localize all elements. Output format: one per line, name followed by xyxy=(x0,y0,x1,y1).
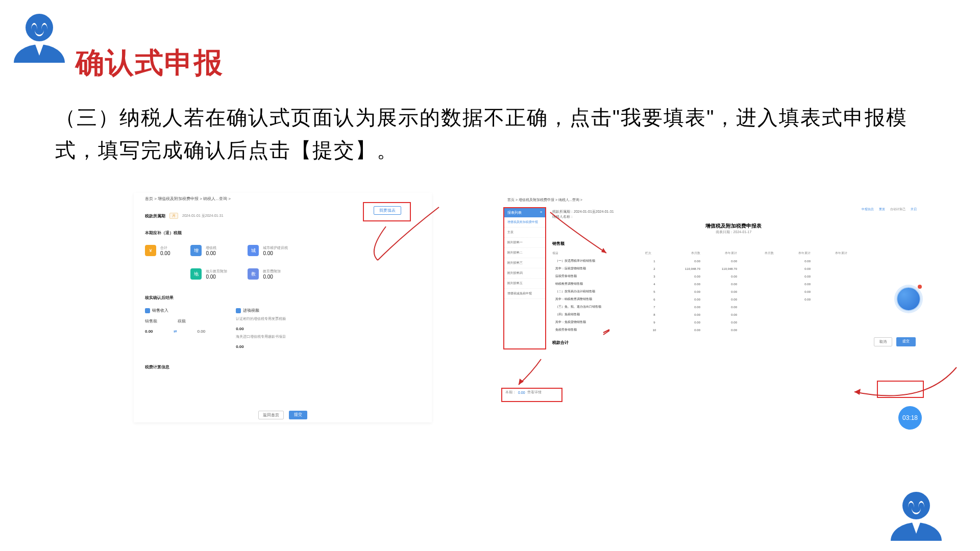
input-desc2-v: 0.00 xyxy=(236,344,244,349)
edu-fee-icon: 教 xyxy=(248,268,259,280)
table-row: 免税劳务销售额100.000.00 xyxy=(552,326,915,334)
stat-total-label: 合计 xyxy=(160,245,170,251)
assistant-avatar-icon[interactable] xyxy=(896,287,921,311)
notification-dot-icon xyxy=(918,285,922,289)
section-sales: 销售额 xyxy=(552,241,915,246)
highlight-box xyxy=(877,381,924,398)
th: 本年累计 xyxy=(701,251,737,256)
period-total-amount: 0.00 xyxy=(518,391,525,394)
row-sales-lv: 0.00 xyxy=(145,329,153,334)
calc-info-label: 税费计算信息 xyxy=(145,364,421,370)
period-dates: 2024-01-01 至2024-01-31 xyxy=(182,213,224,218)
person-icon xyxy=(891,492,942,541)
table-row: 纳税检查调整销售额40.000.000.00 xyxy=(552,280,915,288)
period-text: 税款所属期：2024-01-01至2024-01-31 xyxy=(552,210,614,213)
period-total-tail[interactable]: 查看详情 xyxy=(527,390,542,395)
side-item[interactable]: 附列资料一 xyxy=(504,238,545,248)
col-input-label: 进项税额 xyxy=(243,308,259,313)
period-label: 税款所属期 xyxy=(145,213,165,219)
stat-vat-value: 0.00 xyxy=(206,251,216,256)
table-row: （三）免、抵、退办法出口销售额70.000.00 xyxy=(552,303,915,311)
th: 项目 xyxy=(552,251,644,256)
table-row: 应税劳务销售额30.000.000.00 xyxy=(552,272,915,280)
col-sales-label: 销售收入 xyxy=(152,308,168,313)
stat-edu-label: 教育费附加 xyxy=(263,269,281,274)
table-row: （四）免税销售额80.000.00 xyxy=(552,311,915,318)
stat-loc-value: 0.00 xyxy=(206,274,227,280)
section-refund-label: 本期应补（退）税额 xyxy=(145,230,421,236)
th: 本月数 xyxy=(665,251,700,256)
local-edu-icon: 地 xyxy=(190,268,202,280)
autocalc-toggle[interactable]: 开启 xyxy=(911,207,917,212)
side-item[interactable]: 附列资料五 xyxy=(504,279,545,289)
side-item[interactable]: 附列资料三 xyxy=(504,258,545,268)
report-list-panel: 报表列表 ≡ 增值税及附加税费申报 主表 附列资料一 附列资料二 附列资料三 附… xyxy=(503,207,546,349)
breadcrumb: 首页 > 增值税及附加税费申报 > 纳税人...查询 > xyxy=(501,195,921,205)
vat-icon: 增 xyxy=(190,245,202,256)
collapse-icon[interactable]: ≡ xyxy=(540,210,542,215)
table-row: 其中：应税货物销售额2110,048.70110,048.700.00 xyxy=(552,265,915,272)
confirm-result-label: 核实确认后结果 xyxy=(145,295,421,300)
table-row: （二）按简易办法计税销售额50.000.000.00 xyxy=(552,288,915,295)
row-sales-l: 销售额 xyxy=(145,318,157,324)
submit-button[interactable]: 提交 xyxy=(289,411,307,419)
stat-edu-value: 0.00 xyxy=(263,274,281,280)
submit-button[interactable]: 提交 xyxy=(896,337,916,346)
th: 栏次 xyxy=(645,251,664,256)
input-desc1: 认证相符的增值税专用发票税额 xyxy=(236,316,286,321)
side-item[interactable]: 增值税及附加税费申报 xyxy=(504,217,545,228)
table-row: 其中：纳税检查调整销售额60.000.000.00 xyxy=(552,295,915,303)
th: 本年累计 xyxy=(775,251,811,256)
screenshot-confirm-mode: 首页 > 增值税及附加税费申报 > 纳税人...查询 > 税款所属期 月 202… xyxy=(134,193,432,422)
report-list-title: 报表列表 xyxy=(507,210,522,215)
holder-text: 纳税人名称： xyxy=(552,215,574,218)
slide-paragraph: （三）纳税人若在确认式页面认为展示的数据不正确，点击"我要填表"，进入填表式申报… xyxy=(55,101,939,166)
person-icon xyxy=(14,14,65,63)
input-desc1-v: 0.00 xyxy=(236,327,244,331)
timestamp-badge: 03:18 xyxy=(898,406,922,430)
sum-icon: ¥ xyxy=(145,245,156,256)
stat-city-value: 0.00 xyxy=(263,251,288,256)
form-subtitle: 填表日期：2024-01-17 xyxy=(552,230,915,235)
highlight-box xyxy=(363,202,411,221)
form-title: 增值税及附加税费申报表 xyxy=(552,222,915,230)
square-icon xyxy=(236,308,241,313)
side-item[interactable]: 增值税减免税申报 xyxy=(504,289,545,299)
square-icon xyxy=(145,308,150,313)
table-row: （一）按适用税率计税销售额10.000.000.00 xyxy=(552,257,915,265)
th: 本月数 xyxy=(738,251,774,256)
data-table: 项目 栏次 本月数 本年累计 本月数 本年累计 本年累计 （一）按适用税率计税销… xyxy=(552,249,915,334)
link-reset[interactable]: 重置 xyxy=(879,207,885,212)
th: 本年累计 xyxy=(812,251,847,256)
cancel-button[interactable]: 取消 xyxy=(874,337,892,346)
row-sales-rv: 0.00 xyxy=(198,329,206,334)
input-desc2: 海关进口增值税专用缴款书项目 xyxy=(236,334,286,339)
city-tax-icon: 城 xyxy=(248,245,259,256)
side-item[interactable]: 主表 xyxy=(504,228,545,238)
side-item[interactable]: 附列资料二 xyxy=(504,248,545,258)
period-badge: 月 xyxy=(169,213,178,219)
table-row: 其中：免税货物销售额90.000.00 xyxy=(552,318,915,326)
section-total: 税款合计 xyxy=(552,340,915,345)
stat-vat-label: 增值税 xyxy=(206,245,216,251)
row-sales-r: 税额 xyxy=(178,318,186,324)
screenshot-form-mode: 首页 > 增值税及附加税费申报 > 纳税人...查询 > 报表列表 ≡ 增值税及… xyxy=(501,195,921,408)
stat-city-label: 城市维护建设税 xyxy=(263,245,288,251)
period-total-label: 本期： xyxy=(505,390,516,395)
stat-loc-label: 地方教育附加 xyxy=(206,269,227,274)
link-info[interactable]: 申报信息 xyxy=(862,207,874,212)
slide-title: 确认式申报 xyxy=(76,44,224,83)
stat-total-value: 0.00 xyxy=(160,251,170,256)
back-button[interactable]: 返回首页 xyxy=(258,411,284,419)
side-item[interactable]: 附列资料四 xyxy=(504,268,545,279)
autocalc-label: 自动计算已 xyxy=(890,207,905,212)
